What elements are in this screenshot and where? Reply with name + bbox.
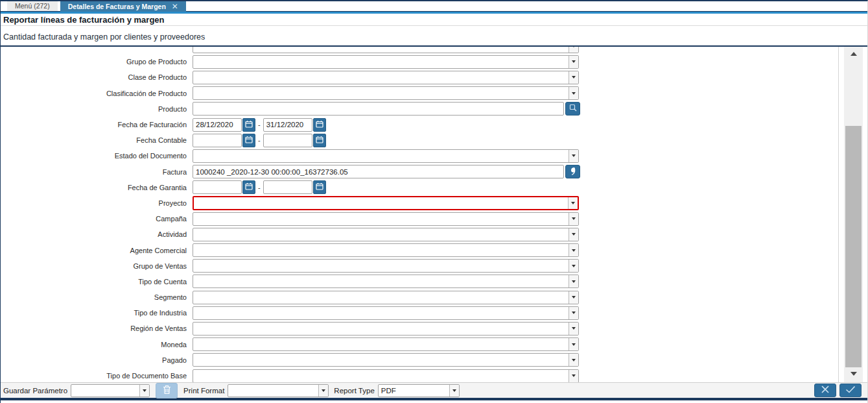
calendar-button[interactable] [242,134,255,147]
form-row-producto: Producto [1,101,838,117]
field-label-agente-comercial: Agente Comercial [1,247,193,254]
checkmark-icon [845,385,856,395]
proyecto-value [194,197,568,209]
field-label-tipo-de-industria: Tipo de Industria [1,309,193,317]
combo-arrow-button[interactable] [569,47,578,53]
fecha-de-facturacion-to-input[interactable] [263,118,312,132]
cancel-button[interactable] [814,384,836,397]
calendar-button[interactable] [313,180,326,194]
tipo-de-industria-value [193,307,569,319]
combo-arrow-button[interactable] [568,197,578,209]
tipo-de-cuenta-combobox[interactable] [193,275,579,288]
clasificacion-de-producto-value [193,87,569,99]
tab-menu[interactable]: Menú (272) [7,1,58,11]
producto-lookup-button[interactable] [565,102,580,116]
tipo-de-documento-base-combobox[interactable] [193,369,579,382]
scrollbar-thumb[interactable] [845,126,862,367]
combo-arrow-button[interactable] [569,370,578,382]
close-tab-icon[interactable]: ✕ [172,3,178,10]
segmento-combobox[interactable] [193,291,579,304]
combo-arrow-button[interactable] [318,385,328,397]
tab-bar: Menú (272) Detalles de Facturas y Margen… [1,1,867,12]
calendar-button[interactable] [242,180,255,194]
print-format-combobox[interactable] [228,384,329,397]
agente-comercial-combobox[interactable] [193,243,579,257]
field-label-factura: Factura [1,168,193,176]
fecha-de-garantia-from-input[interactable] [193,180,242,194]
delete-parameter-button[interactable] [156,383,178,398]
form-row-clipped-top-field [1,47,838,54]
field-label-fecha-contable: Fecha Contable [1,136,193,144]
field-label-fecha-de-facturacion: Fecha de Facturación [1,121,193,128]
form-row-tipo-de-cuenta: Tipo de Cuenta [1,274,838,289]
form-row-tipo-de-documento-base: Tipo de Documento Base [1,368,838,382]
combo-arrow-button[interactable] [569,213,578,225]
dialog-action-buttons [814,384,862,397]
combo-arrow-button[interactable] [569,354,578,366]
scroll-up-button[interactable] [844,49,863,58]
fecha-de-facturacion-from-input[interactable] [193,118,242,132]
producto-input[interactable] [193,102,564,116]
chevron-down-icon [850,372,857,376]
actividad-combobox[interactable] [193,228,579,241]
combo-arrow-button[interactable] [569,56,578,68]
report-type-combobox[interactable]: PDF [378,384,460,397]
scroll-down-button[interactable] [844,369,863,378]
combo-arrow-button[interactable] [569,150,578,162]
field-label-fecha-de-garantia: Fecha de Garantia [1,184,193,191]
tab-detalles-facturas[interactable]: Detalles de Facturas y Margen ✕ [60,1,186,12]
combo-arrow-button[interactable] [139,385,149,397]
form-row-clasificacion-de-producto: Clasificación de Producto [1,86,838,101]
combo-arrow-button[interactable] [569,71,578,84]
trash-icon [163,385,171,397]
factura-input[interactable] [193,165,564,178]
field-label-estado-del-documento: Estado del Documento [1,152,193,160]
combo-arrow-button[interactable] [449,385,459,397]
combo-arrow-button[interactable] [569,87,578,99]
calendar-button[interactable] [313,118,326,132]
combo-arrow-button[interactable] [569,260,578,272]
product-search-icon [569,104,577,114]
footer-toolbar: Guardar Parámetro Print Format Report Ty… [1,382,867,398]
estado-del-documento-combobox[interactable] [193,149,579,163]
campana-combobox[interactable] [193,212,579,226]
fecha-de-garantia-to-input[interactable] [263,180,312,194]
cancel-x-icon [821,385,830,396]
calendar-button[interactable] [242,118,255,132]
field-label-campana: Campaña [1,215,193,223]
tipo-de-industria-combobox[interactable] [193,306,579,320]
calendar-button[interactable] [313,134,326,147]
proyecto-combobox[interactable] [193,196,579,210]
combo-arrow-button[interactable] [569,228,578,241]
chevron-down-icon [322,389,325,392]
moneda-combobox[interactable] [193,337,579,351]
chevron-down-icon [571,202,575,204]
clipped-top-field-value [193,47,569,53]
factura-lookup-button[interactable] [565,165,580,178]
print-format-value [228,385,318,397]
pagado-combobox[interactable] [193,353,579,367]
clipped-top-field-combobox[interactable] [193,47,579,53]
combo-arrow-button[interactable] [569,307,578,319]
combo-arrow-button[interactable] [569,338,578,350]
confirm-button[interactable] [839,384,862,397]
combo-arrow-button[interactable] [569,244,578,256]
combo-arrow-button[interactable] [569,323,578,335]
form-row-fecha-de-facturacion: Fecha de Facturación- [1,117,838,132]
region-de-ventas-combobox[interactable] [193,322,579,336]
grupo-de-ventas-combobox[interactable] [193,259,579,273]
calendar-icon [316,136,323,145]
vertical-scrollbar[interactable] [844,47,863,382]
fecha-contable-to-input[interactable] [263,134,312,147]
app-window: Menú (272) Detalles de Facturas y Margen… [0,0,868,403]
save-parameter-combobox[interactable] [71,384,150,397]
clase-de-producto-combobox[interactable] [193,71,579,84]
combo-arrow-button[interactable] [569,275,578,287]
grupo-de-producto-combobox[interactable] [193,55,579,69]
moneda-value [193,338,569,350]
form-row-fecha-de-garantia: Fecha de Garantia- [1,180,838,195]
date-range-separator: - [258,121,261,128]
fecha-contable-from-input[interactable] [193,134,242,147]
combo-arrow-button[interactable] [569,291,578,304]
clasificacion-de-producto-combobox[interactable] [193,86,579,100]
